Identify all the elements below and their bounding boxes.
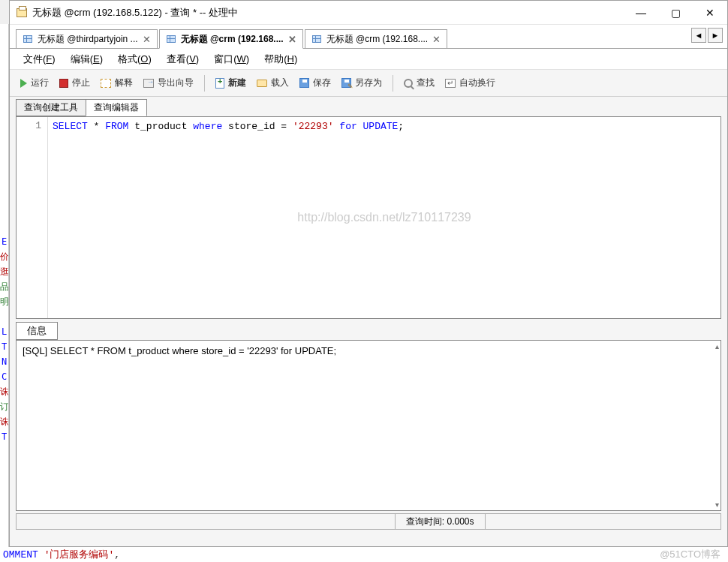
app-icon [16,7,28,19]
toolbar: 运行 停止 解释 导出向导 新建 载入 保存 另存为 查找 自动换行 [10,70,727,97]
save-button[interactable]: 保存 [295,74,335,93]
doc-tab-3[interactable]: 无标题 @crm (192.168.... ✕ [305,29,448,49]
tab-next-button[interactable]: ► [708,28,723,43]
save-icon [299,78,309,88]
stop-icon [59,79,68,88]
status-query-time: 查询时间: 0.000s [395,514,485,529]
explain-icon [101,79,111,88]
menu-file[interactable]: 文件(F) [17,50,62,68]
status-trail [485,514,720,529]
line-gutter: 1 [17,117,48,318]
saveas-button[interactable]: 另存为 [337,74,387,93]
load-button[interactable]: 载入 [252,74,293,93]
sql-editor[interactable]: 1 SELECT * FROM t_product where store_id… [16,116,721,319]
doc-tab-1[interactable]: 无标题 @thirdpartyjoin ... ✕ [16,29,158,49]
minimize-button[interactable]: — [624,1,658,25]
maximize-button[interactable]: ▢ [658,1,693,25]
page-watermark: @51CTO博客 [660,548,720,561]
background-strip: E 价 逛 品 明 L T N C 诛 订 诛 T [0,24,9,562]
run-button[interactable]: 运行 [16,74,53,93]
line-number: 1 [17,120,41,131]
separator [204,75,205,92]
tab-info[interactable]: 信息 [16,322,58,340]
search-icon [404,79,413,88]
background-code-snippet: OMMENT '门店服务编码', @51CTO博客 [0,547,728,562]
close-icon[interactable]: ✕ [432,34,441,45]
export-button[interactable]: 导出向导 [139,74,198,93]
folder-icon [257,80,267,87]
doc-tab-3-label: 无标题 @crm (192.168.... [326,33,429,46]
titlebar[interactable]: 无标题 @crm (192.168.5.122) - 查询 * -- 处理中 —… [10,1,727,25]
tab-query-builder[interactable]: 查询创建工具 [16,99,86,116]
wrap-icon [445,79,456,88]
export-icon [143,79,154,88]
close-icon[interactable]: ✕ [288,34,296,45]
status-bar: 查询时间: 0.000s [16,513,721,530]
find-button[interactable]: 查找 [399,74,439,93]
menu-view[interactable]: 查看(V) [161,50,205,68]
menubar: 文件(F) 编辑(E) 格式(O) 查看(V) 窗口(W) 帮助(H) [10,49,727,70]
close-icon[interactable]: ✕ [143,34,151,45]
new-icon [215,78,224,89]
close-button[interactable]: ✕ [693,1,727,25]
table-icon [166,34,176,44]
explain-button[interactable]: 解释 [96,74,137,93]
menu-help[interactable]: 帮助(H) [258,50,303,68]
menu-format[interactable]: 格式(O) [112,50,158,68]
scroll-down-icon[interactable]: ▾ [715,500,719,509]
window-title: 无标题 @crm (192.168.5.122) - 查询 * -- 处理中 [32,6,624,20]
info-content: [SQL] SELECT * FROM t_product where stor… [23,345,714,356]
table-icon [23,34,33,44]
tab-prev-button[interactable]: ◄ [691,28,706,43]
separator [393,75,393,92]
info-tabs: 信息 [16,322,721,340]
application-window: 无标题 @crm (192.168.5.122) - 查询 * -- 处理中 —… [9,0,728,547]
doc-tab-1-label: 无标题 @thirdpartyjoin ... [38,33,138,46]
play-icon [20,79,27,88]
scroll-up-icon[interactable]: ▴ [715,342,719,350]
watermark-text: http://blog.csdn.net/lz710117239 [297,211,471,224]
doc-tab-2-label: 无标题 @crm (192.168.... [181,33,284,46]
window-controls: — ▢ ✕ [624,1,727,25]
stop-button[interactable]: 停止 [55,74,95,93]
saveas-icon [341,78,351,88]
status-empty [17,514,395,529]
doc-tab-2[interactable]: 无标题 @crm (192.168.... ✕ [159,29,303,49]
tab-query-editor[interactable]: 查询编辑器 [86,99,147,116]
editor-tabs: 查询创建工具 查询编辑器 [10,97,727,116]
wrap-button[interactable]: 自动换行 [441,74,500,93]
new-button[interactable]: 新建 [211,74,251,93]
menu-window[interactable]: 窗口(W) [208,50,255,68]
code-area[interactable]: SELECT * FROM t_product where store_id =… [48,117,720,318]
tab-navigation: ◄ ► [691,28,723,43]
document-tabs: 无标题 @thirdpartyjoin ... ✕ 无标题 @crm (192.… [10,25,727,49]
info-panel[interactable]: ▴ [SQL] SELECT * FROM t_product where st… [16,340,721,511]
menu-edit[interactable]: 编辑(E) [65,50,109,68]
table-icon [311,34,322,44]
